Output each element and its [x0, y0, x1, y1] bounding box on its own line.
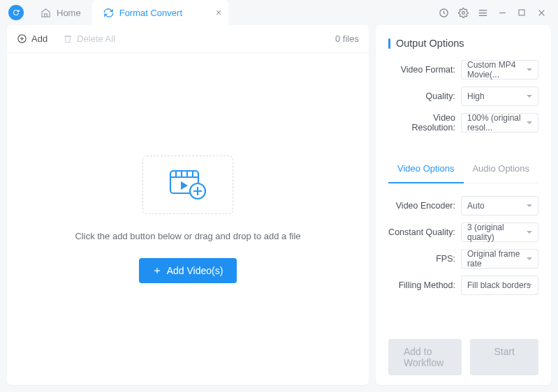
- resolution-select[interactable]: 100% (original resol...: [461, 113, 538, 133]
- options-panel: Output Options Video Format: Custom MP4 …: [376, 25, 551, 385]
- add-label: Add: [31, 33, 47, 44]
- svg-rect-2: [519, 10, 524, 15]
- filling-method-label: Filling Method:: [388, 280, 461, 290]
- file-toolbar: Add Delete All 0 files: [7, 25, 369, 53]
- window-controls: [438, 7, 558, 18]
- delete-all-label: Delete All: [77, 33, 115, 44]
- titlebar: Home Format Convert ×: [0, 0, 558, 25]
- dropzone-illustration: [142, 156, 233, 214]
- option-subtabs: Video Options Audio Options: [388, 156, 538, 183]
- plus-circle-icon: [17, 33, 27, 44]
- fps-label: FPS:: [388, 254, 461, 264]
- output-options-title: Output Options: [388, 38, 538, 49]
- close-icon[interactable]: [536, 7, 547, 18]
- add-to-workflow-button[interactable]: Add to Workflow: [388, 339, 462, 375]
- dropzone-hint: Click the add button below or drag and d…: [75, 231, 300, 241]
- footer-actions: Add to Workflow Start: [388, 328, 538, 375]
- add-videos-label: Add Video(s): [167, 265, 223, 276]
- constant-quality-select[interactable]: 3 (original quality): [461, 223, 538, 242]
- file-count: 0 files: [335, 33, 359, 44]
- tab-convert-label: Format Convert: [119, 8, 182, 18]
- video-encoder-select[interactable]: Auto: [461, 196, 538, 216]
- convert-icon: [103, 8, 114, 18]
- video-encoder-label: Video Encoder:: [388, 201, 461, 211]
- menu-icon[interactable]: [477, 7, 488, 18]
- tab-close-icon[interactable]: ×: [216, 7, 221, 18]
- minimize-icon[interactable]: [497, 7, 508, 18]
- subtab-audio-options[interactable]: Audio Options: [464, 156, 539, 183]
- home-icon: [41, 8, 51, 18]
- video-format-select[interactable]: Custom MP4 Movie(...: [461, 60, 538, 80]
- quality-label: Quality:: [388, 91, 461, 101]
- dropzone[interactable]: Click the add button below or drag and d…: [7, 53, 369, 385]
- tab-home-label: Home: [57, 8, 81, 18]
- settings-icon[interactable]: [457, 7, 469, 18]
- video-format-label: Video Format:: [388, 65, 461, 75]
- tab-home[interactable]: Home: [29, 0, 92, 25]
- add-videos-button[interactable]: Add Video(s): [139, 258, 237, 283]
- app-logo: [8, 5, 24, 20]
- add-video-icon: [168, 169, 207, 201]
- plus-icon: [153, 266, 161, 275]
- add-button[interactable]: Add: [17, 33, 47, 44]
- start-button[interactable]: Start: [470, 339, 538, 375]
- resolution-label: Video Resolution:: [388, 113, 461, 133]
- maximize-icon[interactable]: [516, 7, 527, 18]
- svg-point-1: [462, 11, 464, 14]
- history-icon[interactable]: [438, 7, 449, 18]
- file-panel: Add Delete All 0 files Click the ad: [7, 25, 369, 385]
- fps-select[interactable]: Original frame rate: [461, 249, 538, 269]
- subtab-video-options[interactable]: Video Options: [388, 156, 464, 183]
- tab-format-convert[interactable]: Format Convert ×: [92, 0, 229, 25]
- constant-quality-label: Constant Quality:: [388, 227, 461, 237]
- quality-select[interactable]: High: [461, 86, 538, 106]
- filling-method-select[interactable]: Fill black borders: [461, 276, 538, 295]
- delete-all-button: Delete All: [63, 33, 115, 44]
- trash-icon: [63, 34, 73, 44]
